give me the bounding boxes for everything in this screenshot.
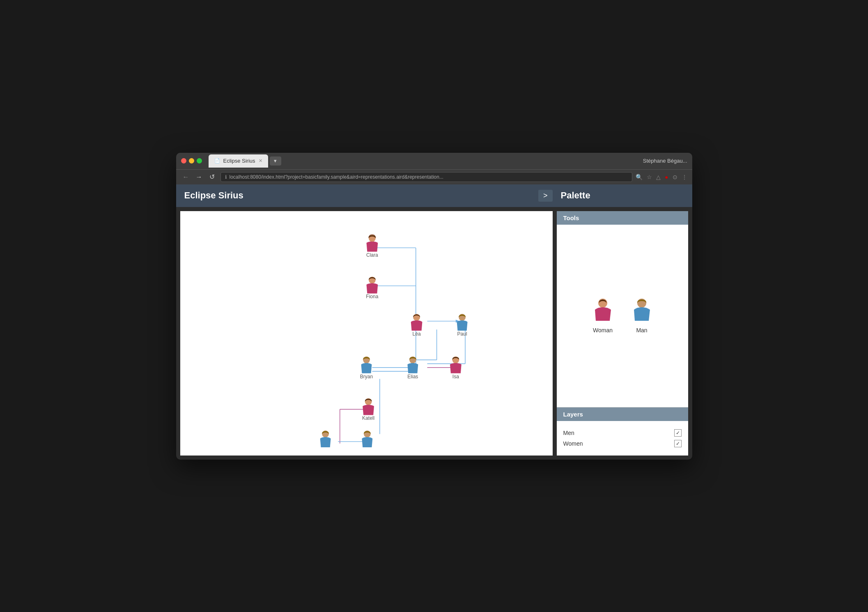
tab-document-icon: 📄 [214, 158, 220, 163]
layers-section-header: Layers [557, 407, 688, 421]
search-icon[interactable]: 🔍 [636, 174, 643, 180]
palette-title: Palette [553, 190, 684, 201]
app-title: Eclipse Sirius [184, 190, 538, 201]
url-text: localhost:8080/index.html?project=basicf… [230, 174, 443, 180]
diagram-svg: Clara Fiona Léa [188, 219, 544, 447]
tab-close-icon[interactable]: ✕ [259, 158, 262, 163]
refresh-button[interactable]: ↺ [207, 173, 217, 181]
back-button[interactable]: ← [181, 173, 191, 181]
svg-text:Fiona: Fiona [366, 294, 378, 299]
woman-tool-label: Woman [593, 327, 613, 334]
tab-bar: 📄 Eclipse Sirius ✕ ▾ [209, 154, 640, 168]
layer-men-checkbox[interactable]: ✓ [674, 429, 682, 437]
palette-tools-area: Woman Man [557, 225, 688, 407]
svg-text:Paul: Paul [457, 331, 467, 337]
layer-women-checkbox[interactable]: ✓ [674, 440, 682, 447]
user-name: Stéphane Bégau... [643, 158, 687, 164]
title-bar: 📄 Eclipse Sirius ✕ ▾ Stéphane Bégau... [176, 153, 692, 169]
address-bar: ← → ↺ ℹ localhost:8080/index.html?projec… [176, 169, 692, 184]
app-header: Eclipse Sirius > Palette [176, 184, 692, 207]
svg-text:Léa: Léa [412, 331, 420, 337]
tab-label: Eclipse Sirius [223, 158, 255, 164]
new-tab-button[interactable]: ▾ [270, 156, 281, 166]
node-david[interactable]: David [361, 430, 373, 447]
forward-button[interactable]: → [194, 173, 204, 181]
node-alain[interactable]: Alain [320, 430, 331, 447]
browser-window: 📄 Eclipse Sirius ✕ ▾ Stéphane Bégau... ←… [176, 153, 692, 460]
woman-tool[interactable]: Woman [592, 298, 614, 334]
settings-icon[interactable]: ⊙ [673, 174, 677, 180]
bookmark-icon[interactable]: ☆ [647, 174, 652, 180]
menu-icon[interactable]: ⋮ [682, 174, 687, 180]
expand-button[interactable]: > [538, 190, 553, 202]
svg-text:Clara: Clara [366, 252, 378, 258]
close-button[interactable] [181, 158, 186, 163]
diagram-canvas[interactable]: Clara Fiona Léa [180, 211, 553, 456]
browser-icons: 🔍 ☆ △ ● ⊙ ⋮ [636, 174, 687, 180]
node-katell[interactable]: Katell [362, 398, 374, 421]
layer-men-label: Men [563, 430, 574, 436]
extensions-icon[interactable]: △ [656, 174, 661, 180]
traffic-lights [181, 158, 202, 163]
node-isa[interactable]: Isa [450, 356, 462, 379]
maximize-button[interactable] [197, 158, 202, 163]
svg-text:Bryan: Bryan [360, 373, 372, 379]
node-fiona[interactable]: Fiona [366, 276, 378, 299]
active-tab[interactable]: 📄 Eclipse Sirius ✕ [209, 154, 268, 168]
node-paul[interactable]: Paul [457, 314, 467, 337]
profile-icon[interactable]: ● [665, 174, 668, 180]
layers-content: Men ✓ Women ✓ [557, 421, 688, 456]
minimize-button[interactable] [189, 158, 194, 163]
svg-text:Katell: Katell [362, 415, 374, 421]
man-tool-label: Man [636, 327, 647, 334]
url-bar[interactable]: ℹ localhost:8080/index.html?project=basi… [220, 172, 633, 182]
woman-tool-icon [592, 298, 614, 323]
palette-panel: Tools Woman [557, 211, 688, 456]
layer-women: Women ✓ [563, 438, 682, 449]
tools-section-header: Tools [557, 211, 688, 225]
body-area: Clara Fiona Léa [176, 207, 692, 460]
svg-text:Elias: Elias [407, 373, 418, 379]
node-clara[interactable]: Clara [366, 234, 378, 258]
man-tool-icon [631, 298, 653, 323]
node-lea[interactable]: Léa [411, 314, 422, 337]
node-bryan[interactable]: Bryan [360, 356, 372, 379]
layers-section: Layers Men ✓ Women ✓ [557, 407, 688, 456]
layer-women-label: Women [563, 440, 583, 447]
man-tool[interactable]: Man [631, 298, 653, 334]
svg-text:Isa: Isa [452, 373, 459, 379]
layer-men: Men ✓ [563, 428, 682, 438]
